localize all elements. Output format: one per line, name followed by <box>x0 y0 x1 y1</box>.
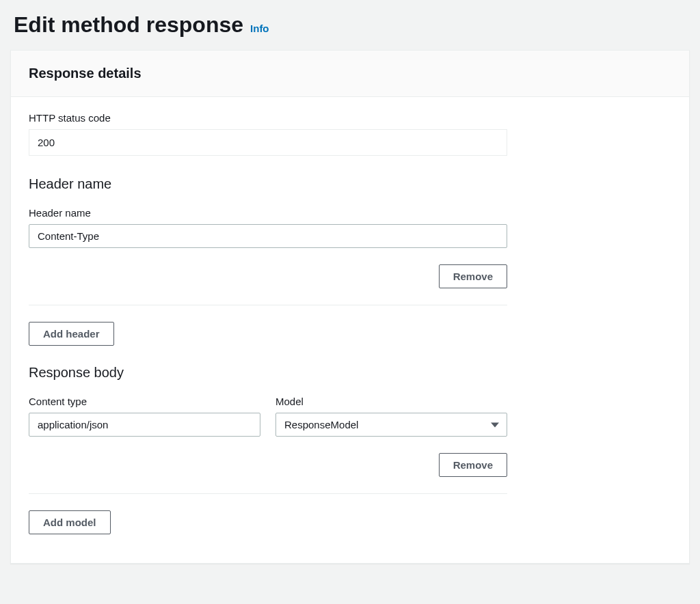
header-name-label: Header name <box>29 207 671 219</box>
add-model-button[interactable]: Add model <box>29 510 111 534</box>
model-label: Model <box>275 396 507 407</box>
header-name-input[interactable] <box>29 224 507 248</box>
http-status-code-label: HTTP status code <box>29 112 671 124</box>
info-link[interactable]: Info <box>250 23 269 34</box>
content-type-input[interactable] <box>29 413 260 437</box>
model-select[interactable]: ResponseModel <box>275 413 507 437</box>
response-details-panel: Response details HTTP status code 200 He… <box>10 50 690 564</box>
panel-title: Response details <box>29 66 671 81</box>
response-body-section-title: Response body <box>29 365 671 381</box>
page-title: Edit method response <box>14 12 243 38</box>
content-type-label: Content type <box>29 396 260 407</box>
add-header-button[interactable]: Add header <box>29 322 114 346</box>
http-status-code-value: 200 <box>29 129 507 156</box>
header-section-title: Header name <box>29 176 671 192</box>
remove-model-button[interactable]: Remove <box>439 453 507 477</box>
panel-header: Response details <box>11 51 689 97</box>
remove-header-button[interactable]: Remove <box>439 264 507 288</box>
